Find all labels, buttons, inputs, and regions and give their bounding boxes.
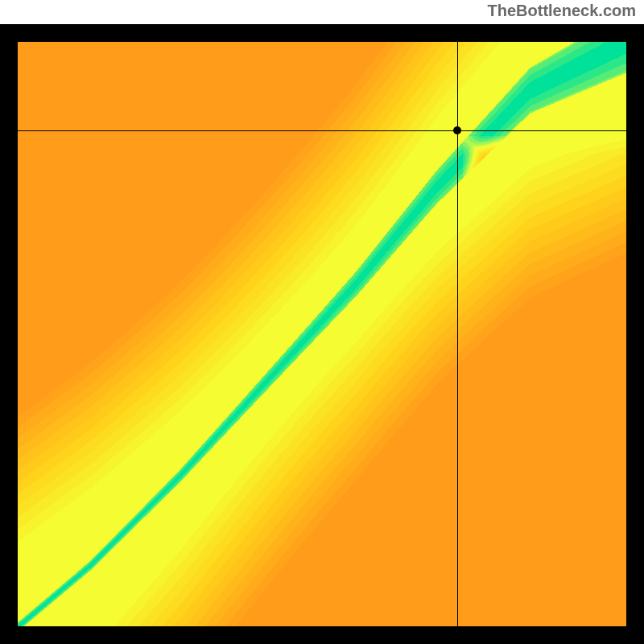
watermark-text: TheBottleneck.com	[488, 2, 636, 20]
heatmap-canvas	[18, 42, 626, 626]
plot-border	[0, 24, 644, 644]
